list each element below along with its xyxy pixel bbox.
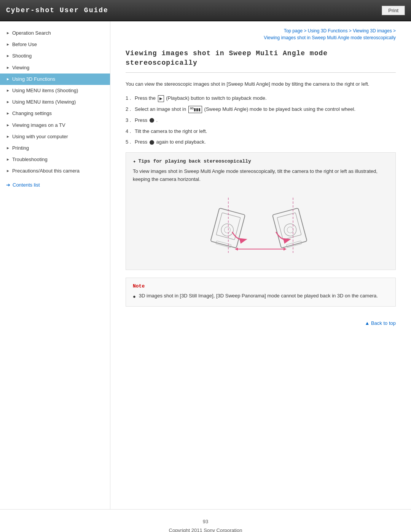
sidebar-item-label: Troubleshooting: [12, 156, 48, 163]
arrow-icon: ►: [6, 157, 10, 162]
arrow-icon: ►: [6, 145, 10, 151]
sidebar-item-viewing-tv[interactable]: ► Viewing images on a TV: [0, 120, 110, 131]
step-number: 1 .: [126, 94, 135, 102]
breadcrumb-3d-functions[interactable]: Using 3D Functions: [308, 28, 348, 34]
page-title: Viewing images shot in Sweep Multi Angle…: [126, 49, 396, 73]
tips-title-text: Tips for playing back stereoscopically: [138, 158, 251, 164]
camera-illustration: [133, 188, 389, 264]
step-text: Select an image shot in 3D▮▮▮ (Sweep Mul…: [135, 105, 396, 113]
sidebar-item-label: Shooting: [12, 53, 32, 59]
page-number: 93: [6, 516, 405, 527]
svg-point-3: [224, 226, 231, 234]
arrow-icon: ►: [6, 99, 10, 105]
arrow-icon: ►: [6, 134, 10, 139]
sidebar-item-label: Changing settings: [12, 110, 52, 117]
contents-list-link[interactable]: ➔ Contents list: [0, 178, 110, 192]
site-title: Cyber-shot User Guide: [6, 6, 108, 14]
step-number: 3 .: [126, 117, 135, 125]
sidebar-item-label: Using 3D Functions: [12, 76, 55, 83]
step-4: 4 . Tilt the camera to the right or left…: [126, 128, 396, 136]
breadcrumb-top[interactable]: Top page: [284, 28, 303, 34]
back-to-top-link[interactable]: ▲ Back to top: [365, 320, 396, 326]
svg-point-2: [220, 222, 235, 237]
sidebar-item-label: Using MENU items (Viewing): [12, 99, 76, 105]
sidebar-item-label: Before Use: [12, 41, 37, 48]
steps-list: 1 . Press the ▶ (Playback) button to swi…: [126, 94, 396, 146]
sidebar-item-label: Operation Search: [12, 30, 51, 37]
tips-title: ✦ Tips for playing back stereoscopically: [133, 158, 389, 165]
sidebar-item-troubleshooting[interactable]: ► Troubleshooting: [0, 154, 110, 165]
step-text: Press the ▶ (Playback) button to switch …: [135, 94, 396, 102]
step-number: 2 .: [126, 105, 135, 113]
sidebar-item-viewing[interactable]: ► Viewing: [0, 62, 110, 73]
main-layout: ► Operation Search ► Before Use ► Shooti…: [0, 21, 411, 509]
sidebar-item-label: Viewing images on a TV: [12, 122, 65, 129]
step-text: Press again to end playback.: [135, 138, 396, 146]
arrow-icon: ►: [6, 53, 10, 59]
sidebar-item-label: Using MENU items (Shooting): [12, 87, 78, 94]
note-title: Note: [133, 283, 389, 289]
step-text: Press .: [135, 117, 396, 125]
intro-text: You can view the stereoscopic images sho…: [126, 80, 396, 88]
note-box: Note ● 3D images shot in [3D Still Image…: [126, 278, 396, 307]
print-button[interactable]: Print: [382, 6, 405, 15]
sidebar-item-before-use[interactable]: ► Before Use: [0, 39, 110, 50]
copyright-text: Copyright 2011 Sony Corporation: [169, 527, 242, 532]
arrow-icon: ►: [6, 168, 10, 174]
contents-list-label: Contents list: [13, 182, 40, 188]
sidebar-item-printing[interactable]: ► Printing: [0, 142, 110, 154]
sidebar-item-shooting[interactable]: ► Shooting: [0, 50, 110, 62]
note-text: 3D images shot in [3D Still Image], [3D …: [139, 292, 378, 300]
svg-marker-14: [284, 248, 287, 251]
sidebar-item-label: Precautions/About this camera: [12, 168, 80, 174]
step-1: 1 . Press the ▶ (Playback) button to swi…: [126, 94, 396, 102]
sidebar-item-menu-shooting[interactable]: ► Using MENU items (Shooting): [0, 85, 110, 96]
step-3: 3 . Press .: [126, 117, 396, 125]
step-text: Tilt the camera to the right or left.: [135, 128, 396, 136]
content-area: Top page > Using 3D Functions > Viewing …: [110, 21, 411, 509]
arrow-right-icon: ➔: [6, 182, 10, 188]
playback-icon: ▶: [158, 95, 164, 102]
sidebar-item-using-computer[interactable]: ► Using with your computer: [0, 131, 110, 142]
svg-point-7: [283, 222, 298, 237]
sidebar-item-operation-search[interactable]: ► Operation Search: [0, 27, 110, 39]
breadcrumb-viewing-3d[interactable]: Viewing 3D images: [353, 28, 392, 34]
arrow-icon: ►: [6, 77, 10, 82]
breadcrumb-current[interactable]: Viewing images shot in Sweep Multi Angle…: [264, 35, 396, 40]
sidebar-item-label: Using with your computer: [12, 133, 68, 140]
arrow-icon: ►: [6, 30, 10, 36]
step-2: 2 . Select an image shot in 3D▮▮▮ (Sweep…: [126, 105, 396, 113]
sweep-multi-angle-icon: 3D▮▮▮: [188, 106, 202, 113]
note-item: ● 3D images shot in [3D Still Image], [3…: [133, 292, 389, 301]
arrow-icon: ►: [6, 88, 10, 93]
circle-button-icon: [150, 118, 154, 123]
tips-text: To view images shot in Sweep Multi Angle…: [133, 168, 389, 184]
arrow-icon: ►: [6, 111, 10, 116]
sidebar-item-using-3d-functions[interactable]: ► Using 3D Functions: [0, 73, 110, 85]
arrow-icon: ►: [6, 42, 10, 47]
bullet-icon: ●: [133, 293, 136, 301]
sidebar-item-changing-settings[interactable]: ► Changing settings: [0, 108, 110, 119]
tips-icon: ✦: [133, 158, 136, 165]
page-header: Cyber-shot User Guide Print: [0, 0, 411, 21]
sidebar-item-precautions[interactable]: ► Precautions/About this camera: [0, 165, 110, 177]
footer: 93 Copyright 2011 Sony Corporation: [0, 509, 411, 532]
sidebar: ► Operation Search ► Before Use ► Shooti…: [0, 21, 110, 509]
sidebar-item-label: Printing: [12, 145, 29, 152]
tips-box: ✦ Tips for playing back stereoscopically…: [126, 152, 396, 270]
back-to-top-row: ▲ Back to top: [126, 314, 396, 329]
circle-button-icon: [150, 140, 154, 145]
camera-tilt-svg: [196, 196, 325, 257]
breadcrumb: Top page > Using 3D Functions > Viewing …: [126, 27, 396, 41]
sidebar-item-label: Viewing: [12, 64, 29, 71]
arrow-icon: ►: [6, 123, 10, 128]
sidebar-item-menu-viewing[interactable]: ► Using MENU items (Viewing): [0, 96, 110, 108]
step-5: 5 . Press again to end playback.: [126, 138, 396, 146]
arrow-icon: ►: [6, 65, 10, 70]
step-number: 5 .: [126, 138, 135, 146]
step-number: 4 .: [126, 128, 135, 136]
